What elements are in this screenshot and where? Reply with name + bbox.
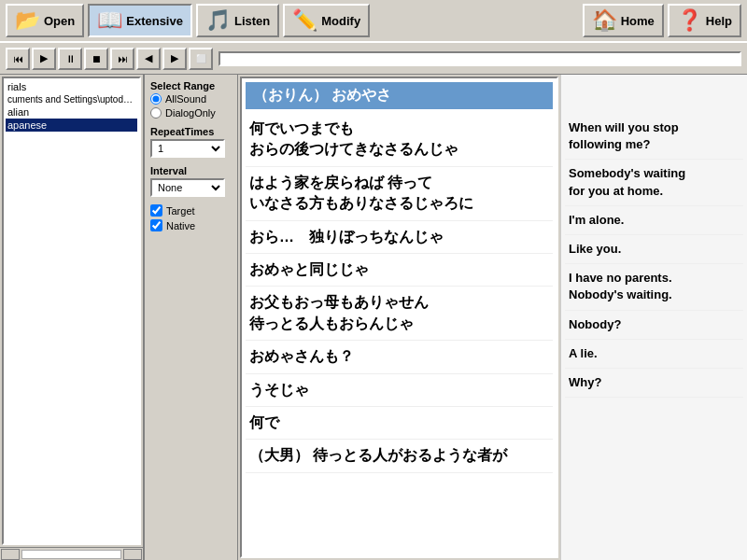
file-tree[interactable]: rials cuments and Settings\uptodown- ali… (2, 77, 141, 545)
sidebar-item-materials[interactable]: rials (6, 80, 137, 93)
trans-line-3: I'm alone. (565, 206, 743, 235)
home-label: Home (621, 14, 655, 28)
next-button[interactable]: ▶ (162, 48, 187, 70)
playback-bar: ⏮ ▶ ⏸ ⏹ ⏭ ◀ ▶ ⬜ (0, 43, 747, 75)
subtitle-pane[interactable]: （おりん） おめやさ 何でいつまでもおらの後つけてきなさるんじゃ はよう家を戻ら… (240, 77, 558, 558)
stop-button[interactable]: ⏹ (84, 48, 108, 70)
radio-group: AllSound DialogOnly (150, 93, 232, 119)
checkbox-group: Target Native (150, 204, 232, 231)
extensive-label: Extensive (126, 14, 183, 28)
progress-bar[interactable] (218, 51, 741, 66)
trans-line-5: I have no parents.Nobody's waiting. (565, 264, 743, 310)
translation-pane[interactable]: When will you stopfollowing me? Somebody… (560, 75, 747, 560)
open-label: Open (44, 14, 75, 28)
interval-label: Interval (150, 165, 232, 176)
subtitle-header: （おりん） おめやさ (246, 82, 553, 109)
sidebar-scrollbar[interactable] (0, 547, 143, 560)
subtitle-line-7: うそじゃ (246, 374, 553, 407)
native-checkbox[interactable]: Native (150, 219, 232, 231)
subtitle-line-2: はよう家を戻らねば 待っていなさる方もありなさるじゃろに (246, 167, 553, 221)
help-icon: ❓ (677, 8, 702, 33)
native-label: Native (166, 220, 195, 231)
repeat-times-section: RepeatTimes 1 2 3 5 (150, 126, 232, 158)
main-area: rials cuments and Settings\uptodown- ali… (0, 75, 747, 560)
subtitle-line-4: おめゃと同じじゃ (246, 254, 553, 287)
modify-label: Modify (321, 14, 360, 28)
extensive-button[interactable]: 📖 Extensive (88, 4, 192, 37)
sidebar-item-documents[interactable]: cuments and Settings\uptodown- (6, 93, 137, 105)
sidebar-item-japanese[interactable]: apanese (6, 119, 137, 132)
trans-line-2: Somebody's waitingfor you at home. (565, 160, 743, 205)
trans-line-8: Why? (565, 369, 743, 398)
target-input[interactable] (150, 204, 162, 217)
interval-select[interactable]: None 1s 2s 3s (150, 178, 225, 197)
subtitle-line-9: （大男） 待っとる人がおるような者が (246, 440, 553, 472)
prev-button[interactable]: ◀ (136, 48, 161, 70)
subtitle-line-5: お父もおっ母もありゃせん待っとる人もおらんじゃ (246, 287, 553, 341)
trans-line-4: Like you. (565, 235, 743, 264)
allsound-input[interactable] (150, 93, 162, 105)
listen-icon: 🎵 (205, 8, 231, 33)
home-icon: 🏠 (592, 8, 617, 33)
modify-button[interactable]: ✏️ Modify (283, 4, 370, 37)
open-button[interactable]: 📂 Open (6, 4, 84, 37)
modify-icon: ✏️ (292, 8, 317, 33)
skip-button[interactable]: ⏭ (110, 48, 134, 70)
target-checkbox[interactable]: Target (150, 204, 232, 217)
allsound-radio[interactable]: AllSound (150, 93, 232, 105)
rewind-button[interactable]: ⏮ (6, 48, 30, 70)
extensive-icon: 📖 (97, 8, 122, 33)
sidebar-item-italian[interactable]: alian (6, 105, 137, 119)
dialogonly-label: DialogOnly (165, 107, 216, 119)
listen-button[interactable]: 🎵 Listen (196, 4, 279, 37)
play-button[interactable]: ▶ (32, 48, 56, 70)
eject-button[interactable]: ⬜ (189, 48, 213, 70)
trans-line-7: A lie. (565, 340, 743, 369)
target-label: Target (166, 205, 195, 217)
trans-line-1: When will you stopfollowing me? (565, 114, 743, 160)
repeat-times-label: RepeatTimes (150, 126, 232, 137)
allsound-label: AllSound (165, 93, 206, 105)
controls-panel: Select Range AllSound DialogOnly RepeatT… (145, 75, 238, 560)
sidebar: rials cuments and Settings\uptodown- ali… (0, 75, 145, 560)
trans-line-6: Nobody? (565, 311, 743, 340)
listen-label: Listen (234, 14, 270, 28)
help-label: Help (706, 14, 732, 28)
subtitle-line-6: おめゃさんも？ (246, 341, 553, 373)
interval-section: Interval None 1s 2s 3s (150, 165, 232, 197)
select-range-section: Select Range AllSound DialogOnly (150, 80, 232, 119)
content-area: （おりん） おめやさ 何でいつまでもおらの後つけてきなさるんじゃ はよう家を戻ら… (238, 75, 747, 560)
repeat-times-select[interactable]: 1 2 3 5 (150, 139, 225, 158)
pause-button[interactable]: ⏸ (58, 48, 82, 70)
subtitle-line-1: 何でいつまでもおらの後つけてきなさるんじゃ (246, 113, 553, 167)
home-button[interactable]: 🏠 Home (583, 4, 664, 37)
open-icon: 📂 (15, 8, 40, 33)
toolbar: 📂 Open 📖 Extensive 🎵 Listen ✏️ Modify 🏠 … (0, 0, 747, 43)
subtitle-line-3: おら… 独りぼっちなんじゃ (246, 221, 553, 254)
native-input[interactable] (150, 219, 162, 231)
select-range-label: Select Range (150, 80, 232, 91)
dialogonly-radio[interactable]: DialogOnly (150, 107, 232, 119)
help-button[interactable]: ❓ Help (668, 4, 741, 37)
dialogonly-input[interactable] (150, 107, 162, 119)
subtitle-line-8: 何で (246, 407, 553, 440)
